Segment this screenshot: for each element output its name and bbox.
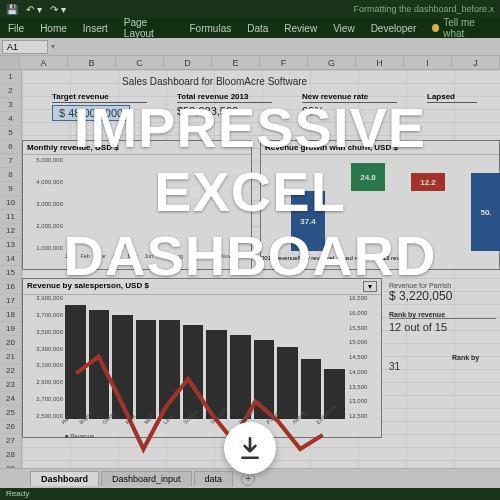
- chart-title: Monthly revenue, USD $: [23, 141, 251, 155]
- row-header[interactable]: 28: [0, 448, 21, 462]
- row-header[interactable]: 26: [0, 420, 21, 434]
- col-header[interactable]: D: [164, 56, 212, 69]
- row-header[interactable]: 19: [0, 322, 21, 336]
- waterfall-bar: 50.: [471, 173, 500, 251]
- sheet-tab-dashboard[interactable]: Dashboard: [30, 471, 99, 486]
- kpi-total-revenue: Total revenue 2013 $50,023,500: [177, 92, 272, 121]
- bulb-icon: [432, 24, 439, 32]
- kpi-row: Target revenue $ 48,000,000 Total revenu…: [52, 92, 500, 121]
- row-header[interactable]: 7: [0, 154, 21, 168]
- tab-view[interactable]: View: [333, 23, 355, 34]
- col-header[interactable]: H: [356, 56, 404, 69]
- chart-legend: ■ Revenue: [65, 433, 94, 439]
- kpi-lapsed: Lapsed: [427, 92, 477, 121]
- col-header[interactable]: C: [116, 56, 164, 69]
- kpi-target-revenue: Target revenue $ 48,000,000: [52, 92, 147, 121]
- tab-home[interactable]: Home: [40, 23, 67, 34]
- worksheet-cells[interactable]: Sales Dashboard for BloomAcre Software T…: [22, 70, 500, 468]
- extra-value: 31: [389, 361, 496, 372]
- row-header[interactable]: 4: [0, 112, 21, 126]
- summary-panel: Revenue for Parrish $ 3,220,050 Rank by …: [385, 278, 500, 376]
- undo-icon[interactable]: ↶ ▾: [26, 4, 42, 15]
- row-header[interactable]: 13: [0, 238, 21, 252]
- save-icon[interactable]: 💾: [6, 4, 18, 15]
- row-header[interactable]: 24: [0, 392, 21, 406]
- row-header[interactable]: 25: [0, 406, 21, 420]
- kpi-label: New revenue rate: [302, 92, 397, 103]
- row-headers: 1234567891011121314151617181920212223242…: [0, 70, 22, 468]
- chart-plot-area: [65, 295, 345, 419]
- row-header[interactable]: 14: [0, 252, 21, 266]
- row-header[interactable]: 15: [0, 266, 21, 280]
- name-box-dropdown-icon[interactable]: ▾: [48, 42, 58, 51]
- row-header[interactable]: 2: [0, 84, 21, 98]
- col-header[interactable]: I: [404, 56, 452, 69]
- chart-title: Revenue growth with churn, USD $: [261, 141, 499, 155]
- tab-page-layout[interactable]: Page Layout: [124, 17, 174, 39]
- tell-me-search[interactable]: Tell me what: [432, 17, 492, 39]
- dashboard-title: Sales Dashboard for BloomAcre Software: [122, 76, 307, 87]
- row-header[interactable]: 22: [0, 364, 21, 378]
- summary-label: Revenue for Parrish: [389, 282, 496, 289]
- x-axis: JanFebMarAprMayJunJulAugSepOctNovDec: [65, 253, 247, 267]
- col-header[interactable]: J: [452, 56, 500, 69]
- tab-developer[interactable]: Developer: [371, 23, 417, 34]
- col-header[interactable]: A: [20, 56, 68, 69]
- select-all-triangle[interactable]: [0, 56, 20, 69]
- row-header[interactable]: 8: [0, 168, 21, 182]
- download-arrow-icon: [237, 435, 263, 461]
- col-header[interactable]: F: [260, 56, 308, 69]
- file-name: Formatting the dashboard_before.x: [66, 4, 494, 14]
- row-header[interactable]: 6: [0, 140, 21, 154]
- row-header[interactable]: 23: [0, 378, 21, 392]
- row-header[interactable]: 11: [0, 210, 21, 224]
- kpi-new-revenue-rate: New revenue rate 66%: [302, 92, 397, 121]
- redo-icon[interactable]: ↷ ▾: [50, 4, 66, 15]
- chart-monthly-revenue[interactable]: Monthly revenue, USD $ 5,000,0004,000,00…: [22, 140, 252, 270]
- x-axis: 2012 revenueNew revenueLapsed revenue201…: [261, 255, 499, 261]
- waterfall-bar: 12.2: [411, 173, 445, 191]
- row-header[interactable]: 1: [0, 70, 21, 84]
- column-headers: A B C D E F G H I J: [0, 56, 500, 70]
- name-box[interactable]: A1: [2, 40, 48, 54]
- waterfall-bar: 24.8: [351, 163, 385, 191]
- rank-value: 12 out of 15: [389, 321, 496, 333]
- download-button[interactable]: [224, 422, 276, 474]
- chart-plot-area: [65, 157, 247, 251]
- chart-revenue-by-salesperson[interactable]: Revenue by salesperson, USD $ ▾ 3,900,00…: [22, 278, 382, 438]
- row-header[interactable]: 21: [0, 350, 21, 364]
- col-header[interactable]: E: [212, 56, 260, 69]
- rank-label: Rank by revenue: [389, 311, 496, 319]
- summary-value: $ 3,220,050: [389, 289, 496, 303]
- col-header[interactable]: G: [308, 56, 356, 69]
- sheet-tab-data[interactable]: data: [194, 471, 234, 486]
- tab-review[interactable]: Review: [284, 23, 317, 34]
- kpi-value: $50,023,500: [177, 105, 272, 117]
- kpi-value[interactable]: $ 48,000,000: [52, 105, 130, 121]
- waterfall-bar: 37.4: [291, 191, 325, 251]
- row-header[interactable]: 3: [0, 98, 21, 112]
- row-header[interactable]: 5: [0, 126, 21, 140]
- row-header[interactable]: 18: [0, 308, 21, 322]
- col-header[interactable]: B: [68, 56, 116, 69]
- row-header[interactable]: 9: [0, 182, 21, 196]
- row-header[interactable]: 20: [0, 336, 21, 350]
- tab-formulas[interactable]: Formulas: [190, 23, 232, 34]
- chart-revenue-waterfall[interactable]: Revenue growth with churn, USD $ 37.4 24…: [260, 140, 500, 270]
- row-header[interactable]: 16: [0, 280, 21, 294]
- y-axis: 5,000,0004,000,0003,000,0002,000,0001,00…: [25, 157, 63, 251]
- ribbon-tabs: File Home Insert Page Layout Formulas Da…: [0, 18, 500, 38]
- tab-file[interactable]: File: [8, 23, 24, 34]
- row-header[interactable]: 12: [0, 224, 21, 238]
- tell-me-label: Tell me what: [443, 17, 492, 39]
- kpi-value: 66%: [302, 105, 397, 117]
- chart-dropdown-icon[interactable]: ▾: [363, 281, 377, 292]
- tab-data[interactable]: Data: [247, 23, 268, 34]
- chart-plot-area: 37.4 24.8 12.2 50.: [261, 155, 499, 255]
- row-header[interactable]: 27: [0, 434, 21, 448]
- tab-insert[interactable]: Insert: [83, 23, 108, 34]
- row-header[interactable]: 10: [0, 196, 21, 210]
- row-header[interactable]: 17: [0, 294, 21, 308]
- window-titlebar: 💾 ↶ ▾ ↷ ▾ Formatting the dashboard_befor…: [0, 0, 500, 18]
- sheet-tab-dashboard-input[interactable]: Dashboard_input: [101, 471, 192, 486]
